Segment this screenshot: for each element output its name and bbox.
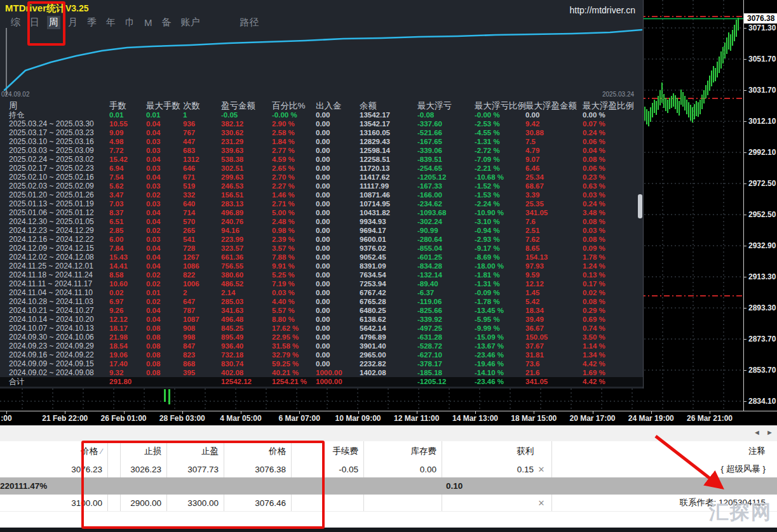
stats-cell: 341.05 (525, 208, 583, 217)
order-cell: 2900.00 (121, 495, 167, 511)
terminal-header-价格[interactable]: 价格 (224, 441, 292, 461)
stats-cell: 830.74 (221, 359, 272, 368)
stats-cell: 1.69 % (583, 368, 643, 377)
stats-cell: 2965.00 (360, 350, 417, 359)
stats-cell: 9.32 (109, 368, 146, 377)
stats-cell: 154.13 (525, 253, 583, 262)
price-label: 3051.70 (748, 55, 776, 63)
stats-row: 2025.03.03 ~ 2025.03.097.720.03683339.63… (0, 146, 643, 155)
stats-cell: 908 (183, 324, 221, 333)
scroll-right-button[interactable]: ► (766, 429, 773, 436)
terminal-header-获利[interactable]: 获利 (442, 441, 552, 461)
terminal-header-价格[interactable]: 价格∕ (0, 441, 108, 461)
summary-row[interactable]: 220111.47% 0.10 (0, 477, 777, 495)
scroll-left-button[interactable]: ◄ (753, 429, 760, 436)
summary-profit-value: 0.10 (442, 477, 552, 495)
stats-cell: 728 (183, 244, 221, 253)
terminal-header-止盈[interactable]: 止盈 (167, 441, 224, 461)
close-order-icon[interactable]: ✕ (536, 465, 546, 474)
menu-item-路径[interactable]: 路径 (238, 16, 261, 29)
price-tick (744, 183, 747, 184)
stats-cell: 0.17 % (583, 279, 643, 288)
price-axis[interactable]: 3071.303051.703031.703012.102992.102972.… (743, 0, 777, 411)
stats-cell: 0.03 % (583, 190, 643, 199)
stats-row: 2025.01.20 ~ 2025.01.263.470.02332156.51… (0, 190, 643, 199)
order-cell: 3076.38 (224, 461, 292, 477)
menu-item-巾[interactable]: 巾 (123, 16, 137, 29)
stats-cell: -3.10 % (475, 217, 525, 226)
stats-cell: 2.39 % (272, 235, 316, 244)
order-row[interactable]: 3100.002900.003300.003076.46✕联系作者: 12053… (0, 495, 777, 512)
menu-item-月[interactable]: 月 (66, 16, 79, 29)
time-axis[interactable]: :0021 Feb 22:0026 Feb 01:0028 Feb 03:004… (0, 411, 777, 426)
stats-header: 次数 (183, 102, 221, 110)
stats-cell: 0.00 (525, 110, 583, 119)
order-row[interactable]: 3076.233026.233077.733076.38-0.050.000.1… (0, 461, 777, 478)
panel-url-link[interactable]: http://mtdriver.cn (570, 5, 635, 15)
stats-cell: 8391.09 (360, 262, 417, 270)
stats-cell: 265 (183, 226, 221, 235)
stats-cell: 4.42 % (583, 377, 643, 387)
stats-cell: 1.46 % (272, 190, 316, 199)
stats-cell: 156.51 (221, 190, 272, 199)
stats-cell: 1006 (183, 279, 221, 288)
stats-cell: -6.37 (417, 288, 475, 297)
stats-cell: -1.52 % (475, 182, 525, 190)
stats-cell: -9.99 % (475, 324, 525, 333)
stats-cell: 2024.12.23 ~ 2024.12.29 (9, 226, 109, 235)
price-tick (744, 28, 747, 29)
stats-cell: 0.01 (146, 110, 183, 119)
stats-cell: 0.04 (146, 119, 183, 128)
stats-cell: 2024.10.28 ~ 2024.11.03 (9, 297, 109, 306)
stats-row: 2024.09.09 ~ 2024.09.1517.400.08868830.7… (0, 359, 643, 368)
stats-cell: 0.00 (316, 297, 360, 306)
menu-item-M[interactable]: M (142, 17, 154, 29)
stats-cell: 0.00 (316, 190, 360, 199)
stats-cell: 0.04 (146, 262, 183, 270)
terminal-header-注释[interactable]: 注释 (552, 441, 777, 461)
panel-resize-handle[interactable] (638, 194, 642, 218)
stats-cell: 0.24 % (583, 199, 643, 208)
menu-item-周[interactable]: 周 (47, 16, 60, 29)
terminal-header-手续费[interactable]: 手续费 (292, 441, 364, 461)
stats-cell: -119.06 (417, 297, 475, 306)
stats-cell: 0.00 (316, 359, 360, 368)
stats-cell: 998 (183, 333, 221, 342)
stats-cell: 0.03 (146, 199, 183, 208)
menu-item-年[interactable]: 年 (104, 16, 118, 29)
stats-cell: 2.85 (109, 226, 146, 235)
stats-cell: 496.89 (221, 208, 272, 217)
order-cell: ✕ (442, 495, 552, 511)
stats-cell: 2024.09.30 ~ 2024.10.06 (9, 333, 109, 342)
menu-item-季[interactable]: 季 (85, 16, 98, 29)
stats-cell: 0.02 (146, 297, 183, 306)
panel-version: V3.25 (65, 3, 89, 13)
time-label: 18 Mar 15:00 (511, 414, 557, 423)
stats-cell: 0.08 (146, 350, 183, 359)
menu-item-综[interactable]: 综 (9, 16, 22, 29)
stats-cell: 9.42 (525, 119, 583, 128)
stats-cell: 3901.40 (360, 342, 417, 350)
stats-cell: 936.40 (221, 342, 272, 350)
close-order-icon[interactable]: ✕ (536, 498, 546, 508)
price-tick (744, 401, 747, 402)
stats-cell: -13.45 % (475, 306, 525, 315)
stats-cell: 0.00 (316, 217, 360, 226)
stats-cell: 2.58 % (272, 128, 316, 137)
terminal-header-止损[interactable]: 止损 (121, 441, 167, 461)
terminal-header-库存费[interactable]: 库存费 (364, 441, 442, 461)
stats-cell: 2025.02.03 ~ 2025.02.09 (9, 182, 109, 190)
stats-cell: 2.65 % (272, 164, 316, 173)
stats-cell: 0.00 (316, 253, 360, 262)
stats-row: 2024.10.07 ~ 2024.10.1318.170.08908845.2… (0, 324, 643, 333)
stats-cell: 0.00 (316, 155, 360, 164)
stats-row: 2025.03.10 ~ 2025.03.164.980.03447231.29… (0, 137, 643, 146)
stats-header: 最大手数 (146, 102, 183, 110)
menu-item-备[interactable]: 备 (160, 16, 173, 29)
menu-item-账户[interactable]: 账户 (179, 16, 202, 29)
menu-item-日[interactable]: 日 (28, 16, 41, 29)
orders-header-row[interactable]: 价格∕止损止盈价格手续费库存费获利注释 (0, 441, 777, 462)
stats-cell: -23.46 % (475, 377, 525, 387)
stats-row: 2024.11.18 ~ 2024.11.248.580.02822380.60… (0, 270, 643, 279)
stats-cell: -378.17 (417, 359, 475, 368)
